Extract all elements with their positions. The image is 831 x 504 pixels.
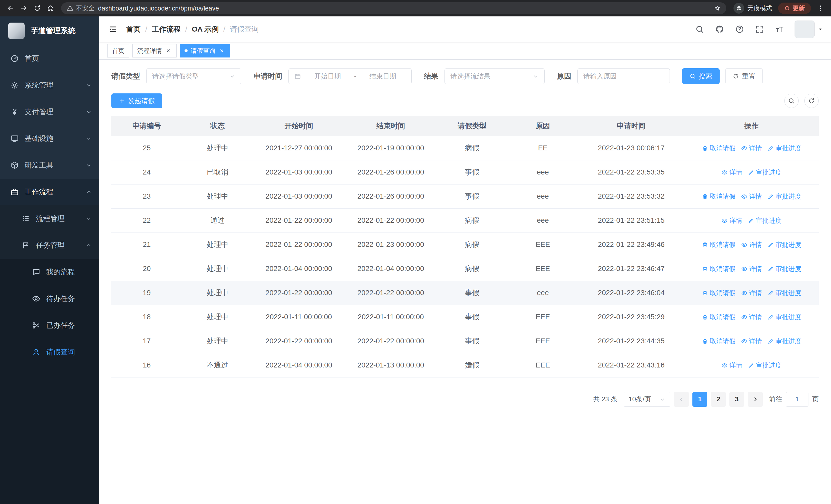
- tag-leave-query[interactable]: 请假查询: [180, 44, 230, 58]
- close-icon[interactable]: [219, 48, 225, 54]
- action-detail-link[interactable]: 详情: [741, 337, 762, 346]
- action-progress-link[interactable]: 审批进度: [768, 144, 801, 152]
- table-row: 24已取消2022-01-03 00:00:002022-01-26 00:00…: [111, 160, 819, 184]
- date-range-picker[interactable]: 开始日期 - 结束日期: [288, 68, 412, 84]
- action-detail-link[interactable]: 详情: [721, 361, 742, 369]
- cell-leave-type: 事假: [437, 329, 508, 353]
- content: 请假类型 请选择请假类型 申请时间 开始日期 - 结束日期: [99, 60, 831, 504]
- prev-page-button[interactable]: [674, 392, 689, 407]
- sidebar-item-done-tasks[interactable]: 已办任务: [0, 312, 99, 339]
- action-progress-link[interactable]: 审批进度: [768, 337, 801, 346]
- cell-reason: EEE: [507, 257, 578, 281]
- action-cancel-link[interactable]: 取消请假: [702, 192, 736, 201]
- goto-page-input[interactable]: [786, 392, 808, 407]
- end-date-input[interactable]: 结束日期: [360, 72, 406, 81]
- sidebar-item-devtools[interactable]: 研发工具: [0, 152, 99, 179]
- sidebar-item-my-process[interactable]: 我的流程: [0, 259, 99, 285]
- tag-home[interactable]: 首页: [107, 44, 130, 58]
- app-logo[interactable]: 芋道管理系统: [0, 17, 99, 45]
- breadcrumb-item-home[interactable]: 首页: [126, 24, 141, 34]
- user-menu[interactable]: [795, 21, 823, 38]
- action-progress-link[interactable]: 审批进度: [768, 192, 801, 201]
- cell-status: 处理中: [182, 281, 253, 305]
- close-icon[interactable]: [165, 48, 172, 54]
- sidebar-item-payment[interactable]: 支付管理: [0, 98, 99, 125]
- action-cancel-link[interactable]: 取消请假: [702, 144, 736, 152]
- breadcrumb-item-workflow[interactable]: 工作流程: [152, 24, 181, 34]
- refresh-table-button[interactable]: [804, 94, 819, 108]
- update-button[interactable]: 更新: [778, 3, 811, 14]
- action-cancel-link[interactable]: 取消请假: [702, 265, 736, 273]
- bookmark-star-icon[interactable]: [714, 5, 721, 11]
- action-progress-link[interactable]: 审批进度: [768, 313, 801, 321]
- address-bar[interactable]: 不安全 dashboard.yudao.iocoder.cn/bpm/oa/le…: [61, 2, 726, 14]
- cell-status: 处理中: [182, 233, 253, 257]
- cell-end-time: 2022-01-22 00:00:00: [345, 281, 436, 305]
- sidebar-item-todo-tasks[interactable]: 待办任务: [0, 285, 99, 312]
- tag-process-detail[interactable]: 流程详情: [133, 44, 177, 58]
- action-detail-link[interactable]: 详情: [721, 168, 742, 177]
- font-size-icon[interactable]: [775, 24, 785, 34]
- reason-input[interactable]: [583, 72, 664, 80]
- sidebar-item-workflow[interactable]: 工作流程: [0, 179, 99, 205]
- chevron-up-icon: [86, 242, 92, 248]
- page-button-3[interactable]: 3: [729, 392, 744, 407]
- breadcrumb-separator: /: [145, 25, 147, 33]
- forward-icon[interactable]: [18, 2, 30, 14]
- cell-apply-time: 2022-01-22 23:43:16: [578, 353, 684, 377]
- cell-status: 通过: [182, 208, 253, 233]
- edit-icon: [768, 266, 774, 272]
- search-icon[interactable]: [694, 24, 705, 34]
- search-button[interactable]: 搜索: [682, 68, 720, 84]
- breadcrumb-item-leave-query: 请假查询: [230, 24, 259, 34]
- action-progress-link[interactable]: 审批进度: [768, 289, 801, 297]
- action-detail-link[interactable]: 详情: [721, 216, 742, 225]
- breadcrumb-item-oa-example[interactable]: OA 示例: [192, 24, 219, 34]
- sidebar-item-task-mgmt[interactable]: 任务管理: [0, 232, 99, 259]
- action-progress-link[interactable]: 审批进度: [748, 361, 781, 369]
- tags-bar: 首页 流程详情 请假查询: [99, 42, 831, 60]
- edit-icon: [768, 338, 774, 345]
- reset-button[interactable]: 重置: [725, 68, 763, 84]
- sidebar-fold-icon[interactable]: [107, 24, 119, 35]
- reload-icon[interactable]: [31, 2, 43, 14]
- next-page-button[interactable]: [748, 392, 763, 407]
- back-icon[interactable]: [5, 2, 17, 14]
- action-detail-link[interactable]: 详情: [741, 192, 762, 201]
- action-cancel-link[interactable]: 取消请假: [702, 289, 736, 297]
- action-cancel-link[interactable]: 取消请假: [702, 313, 736, 321]
- action-progress-link[interactable]: 审批进度: [748, 216, 781, 225]
- navbar: 首页 / 工作流程 / OA 示例 / 请假查询: [99, 17, 831, 42]
- leave-type-select[interactable]: 请选择请假类型: [146, 68, 241, 84]
- action-progress-link[interactable]: 审批进度: [768, 240, 801, 249]
- browser-menu-icon[interactable]: [814, 2, 826, 14]
- create-leave-button[interactable]: 发起请假: [111, 93, 162, 108]
- action-progress-link[interactable]: 审批进度: [748, 168, 781, 177]
- home-icon[interactable]: [45, 2, 56, 14]
- page-button-2[interactable]: 2: [711, 392, 726, 407]
- action-detail-link[interactable]: 详情: [741, 240, 762, 249]
- action-detail-link[interactable]: 详情: [741, 265, 762, 273]
- security-status[interactable]: 不安全: [67, 4, 94, 12]
- sidebar-item-infrastructure[interactable]: 基础设施: [0, 125, 99, 152]
- result-select[interactable]: 请选择流结果: [445, 68, 545, 84]
- help-icon[interactable]: [735, 24, 745, 34]
- toggle-search-button[interactable]: [784, 94, 799, 108]
- github-icon[interactable]: [715, 24, 725, 34]
- sidebar-item-process-mgmt[interactable]: 流程管理: [0, 205, 99, 232]
- sidebar-item-system[interactable]: 系统管理: [0, 72, 99, 98]
- action-detail-link[interactable]: 详情: [741, 313, 762, 321]
- action-detail-link[interactable]: 详情: [741, 289, 762, 297]
- fullscreen-icon[interactable]: [754, 24, 765, 34]
- cell-status: 处理中: [182, 184, 253, 208]
- action-detail-link[interactable]: 详情: [741, 144, 762, 152]
- action-cancel-link[interactable]: 取消请假: [702, 240, 736, 249]
- page-size-select[interactable]: 10条/页: [624, 392, 670, 407]
- action-cancel-link[interactable]: 取消请假: [702, 337, 736, 346]
- start-date-input[interactable]: 开始日期: [305, 72, 350, 81]
- action-progress-link[interactable]: 审批进度: [768, 265, 801, 273]
- page-button-1[interactable]: 1: [692, 392, 707, 407]
- sidebar-item-leave-query[interactable]: 请假查询: [0, 339, 99, 365]
- warning-icon: [67, 5, 74, 11]
- sidebar-item-home[interactable]: 首页: [0, 45, 99, 72]
